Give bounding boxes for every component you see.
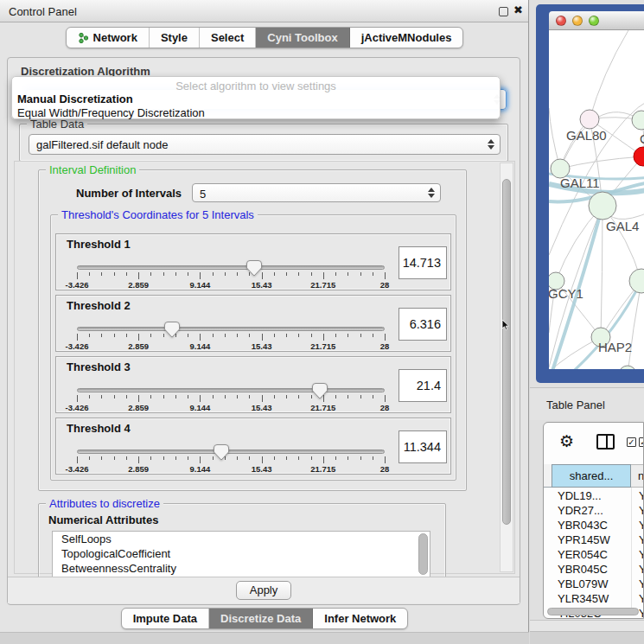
tab-jactivemnodules[interactable]: jActiveMNodules <box>350 28 463 48</box>
network-edge[interactable] <box>590 30 628 119</box>
table-row[interactable]: YDR27...YDR27... <box>544 504 644 519</box>
slider-thumb[interactable] <box>312 383 328 399</box>
major-tick <box>385 272 386 279</box>
minor-tick <box>89 334 90 337</box>
panel-scrollbar-thumb[interactable] <box>502 179 511 525</box>
table-row[interactable]: YPR145WYPR145W <box>544 533 644 548</box>
slider-track[interactable] <box>77 327 385 331</box>
float-window-icon[interactable] <box>499 7 508 16</box>
network-node[interactable] <box>629 269 644 293</box>
threshold-slider[interactable]: -3.4262.8599.14415.4321.71528 <box>77 443 385 474</box>
column-header-name[interactable]: n... <box>631 464 644 488</box>
window-minimize-icon[interactable] <box>572 16 583 26</box>
tick-label: -3.426 <box>66 280 89 290</box>
major-tick <box>200 272 201 279</box>
network-node[interactable] <box>619 366 636 369</box>
tab-label: Impute Data <box>133 612 197 625</box>
table-data-combobox[interactable]: galFiltered.sif default node <box>29 134 501 155</box>
table-row[interactable]: YLR345WYLR345W <box>544 592 644 607</box>
threshold-slider[interactable]: -3.4262.8599.14415.4321.71528 <box>77 320 385 351</box>
popup-option-equal-width[interactable]: Equal Width/Frequency Discretization <box>17 106 205 119</box>
attributes-list-scrollbar[interactable] <box>418 533 428 575</box>
tick-label: 9.144 <box>190 280 211 290</box>
number-of-intervals-combobox[interactable]: 5 <box>192 183 441 202</box>
major-tick <box>77 395 78 402</box>
network-edge[interactable] <box>560 156 643 169</box>
slider-thumb[interactable] <box>246 260 262 277</box>
checkbox-icon[interactable]: ✓ <box>639 437 644 447</box>
attribute-item-topologicalcoefficient[interactable]: TopologicalCoefficient <box>53 546 430 561</box>
minor-tick <box>175 272 176 276</box>
gear-icon[interactable]: ⚙ <box>559 431 574 451</box>
threshold-row-3: Threshold 3-3.4262.8599.14415.4321.71528… <box>55 356 451 413</box>
apply-button[interactable]: Apply <box>236 581 291 600</box>
table-row[interactable]: YER054CYER054C <box>544 548 644 563</box>
table-row[interactable]: YBR043CYBR043C <box>544 519 644 533</box>
tab-impute-data[interactable]: Impute Data <box>122 609 209 628</box>
minor-tick <box>373 334 373 337</box>
network-canvas[interactable]: GAL80GACGAL11GAL4GCY1HHAP2 <box>549 30 644 369</box>
network-edge[interactable] <box>601 206 603 337</box>
slider-track[interactable] <box>77 388 385 392</box>
tick-label: 15.43 <box>252 280 272 290</box>
tick-label: 21.715 <box>310 464 335 474</box>
threshold-slider[interactable]: -3.4262.8599.14415.4321.71528 <box>77 258 385 290</box>
cell-name: YER054C <box>639 548 644 561</box>
panel-vertical-scrollbar[interactable] <box>500 163 513 572</box>
major-tick <box>323 272 324 279</box>
table-row-gutter <box>544 464 552 488</box>
tab-style[interactable]: Style <box>150 28 200 48</box>
tab-label: Select <box>211 31 244 44</box>
tick-label: 9.144 <box>190 403 211 412</box>
window-close-icon[interactable] <box>556 16 566 26</box>
threshold-value-field[interactable]: 14.713 <box>399 246 447 279</box>
cell-name: YDL19... <box>639 489 644 502</box>
mouse-cursor <box>501 319 510 331</box>
major-tick <box>200 395 201 402</box>
attribute-item-selfloops[interactable]: SelfLoops <box>53 532 430 546</box>
table-row[interactable]: YBL079WYBL079W <box>544 577 644 592</box>
network-node[interactable] <box>632 111 644 130</box>
threshold-value-field[interactable]: 21.4 <box>399 369 447 402</box>
minor-tick <box>188 334 188 337</box>
table-row[interactable]: YDL19...YDL19... <box>544 489 644 504</box>
minor-tick <box>373 272 373 276</box>
slider-track[interactable] <box>77 450 385 454</box>
threshold-value-field[interactable]: 6.316 <box>399 308 447 341</box>
close-icon[interactable]: ✖ <box>513 3 523 16</box>
columns-icon[interactable] <box>596 434 615 450</box>
attribute-item-betweennesscentrality[interactable]: BetweennessCentrality <box>53 561 430 576</box>
network-icon <box>78 32 89 44</box>
network-node[interactable] <box>580 110 599 129</box>
tab-cyni-toolbox[interactable]: Cyni Toolbox <box>256 28 349 48</box>
checkbox-icon[interactable]: ✓ <box>627 437 636 447</box>
tab-select[interactable]: Select <box>200 28 256 48</box>
network-node[interactable] <box>634 147 644 166</box>
tab-network[interactable]: Network <box>67 28 150 48</box>
network-graph[interactable]: GAL80GACGAL11GAL4GCY1HHAP2 <box>549 30 644 369</box>
network-window-titlebar <box>549 11 644 30</box>
network-node[interactable] <box>589 192 616 220</box>
tab-infer-network[interactable]: Infer Network <box>313 609 407 628</box>
slider-track[interactable] <box>77 265 385 270</box>
minor-tick <box>348 334 348 337</box>
threshold-value-field[interactable]: 11.344 <box>399 430 447 463</box>
slider-thumb[interactable] <box>164 322 180 338</box>
table-row[interactable]: YBR045CYBR045C <box>544 563 644 577</box>
minor-tick <box>311 272 312 276</box>
minor-tick <box>89 456 90 460</box>
tick-label: 28 <box>380 403 390 412</box>
column-header-shared-name[interactable]: shared... <box>552 464 631 488</box>
control-panel-title: Control Panel <box>9 5 77 18</box>
minor-tick <box>298 334 299 337</box>
attributes-group-label: Attributes to discretize <box>46 497 163 510</box>
slider-thumb[interactable] <box>214 444 229 461</box>
window-zoom-icon[interactable] <box>589 16 599 26</box>
cell-shared-name: YPR145W <box>558 533 610 546</box>
app-root: Control Panel ✖ NetworkStyleSelectCyni T… <box>0 0 644 644</box>
table-horizontal-scrollbar[interactable] <box>547 608 639 615</box>
popup-option-manual-discretization[interactable]: Manual Discretization <box>17 92 133 105</box>
threshold-slider[interactable]: -3.4262.8599.14415.4321.71528 <box>77 381 385 412</box>
minor-tick <box>335 272 336 276</box>
tab-discretize-data[interactable]: Discretize Data <box>209 609 313 628</box>
